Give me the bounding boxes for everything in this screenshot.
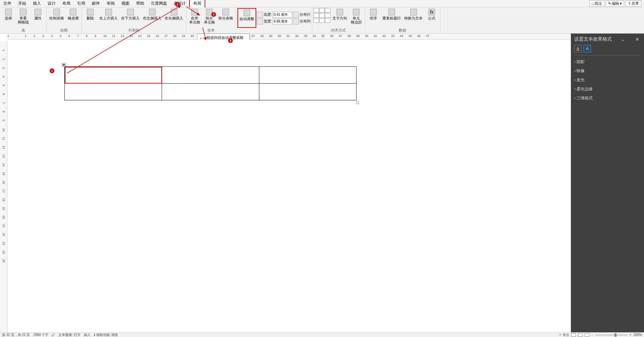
menu-home[interactable]: 开始 <box>15 0 30 7</box>
delete-button[interactable]: 删除 <box>83 8 97 28</box>
autofit-dropdown: 根据内容自动调整表格(C) 根据窗口自动调整表格(W) 固定列宽(N) <box>197 34 250 40</box>
merge-cells-button[interactable]: 合并 单元格 <box>187 8 202 28</box>
menu-file[interactable]: 文件 <box>0 0 15 7</box>
callout-3: 3 <box>211 12 216 17</box>
gridlines-button[interactable]: 查看 网格线 <box>16 8 30 28</box>
menu-baidu[interactable]: 百度网盘 <box>148 0 170 7</box>
menu-view[interactable]: 视图 <box>118 0 133 7</box>
repeat-header-button[interactable]: 重复标题行 <box>381 8 402 28</box>
split-cells-button[interactable]: 拆分 单元格 <box>202 8 216 28</box>
menu-mail[interactable]: 邮件 <box>89 0 103 7</box>
menu-layout1[interactable]: 布局 <box>59 0 74 7</box>
group-align: 文字方向 单元 格边距 对齐方式 <box>312 7 365 33</box>
width-icon <box>257 18 263 25</box>
share-button[interactable]: ⇪ 共享 <box>626 0 641 7</box>
edit-button[interactable]: ✎ 编辑 ▾ <box>606 0 624 7</box>
panel-collapse-icon[interactable]: ⌄ <box>620 37 626 40</box>
select-button[interactable]: 选择 <box>1 8 15 28</box>
menu-tabledesign[interactable]: 表设计 <box>170 0 189 7</box>
group-data: 排序 重复标题行 转换为文本 fx公式 数据 <box>365 7 440 33</box>
dist-rows-button[interactable] <box>293 12 299 18</box>
ribbon: 选择 查看 网格线 属性 表 绘制表格 橡皮擦 绘图 删除 在上方插入 在下方插… <box>0 7 644 34</box>
menu-insert[interactable]: 插入 <box>30 0 44 7</box>
insert-right-button[interactable]: 在右侧插入 <box>163 8 184 28</box>
convert-text-button[interactable]: 转换为文本 <box>403 8 424 28</box>
insert-left-button[interactable]: 在左侧插入 <box>142 8 163 28</box>
panel-title: 设置文本效果格式 <box>574 36 612 40</box>
formula-button[interactable]: fx公式 <box>425 8 439 28</box>
cell-margins-button[interactable]: 单元 格边距 <box>349 8 363 28</box>
group-rowscols: 删除 在上方插入 在下方插入 在左侧插入 在右侧插入 行和列 <box>82 7 186 33</box>
comment-button[interactable]: □ 批注 <box>589 0 604 7</box>
group-merge: 合并 单元格 拆分 单元格 拆分表格 合并 <box>186 7 236 33</box>
horizontal-ruler[interactable]: 1123456789101112131415161718192021222324… <box>7 34 571 40</box>
group-cellsize: 自动调整 高度:0.41 厘米分布行 宽度:4.88 厘米分布列 单元格大小 <box>236 7 312 33</box>
sort-button[interactable]: 排序 <box>366 8 380 28</box>
menu-bar: 文件 开始 插入 设计 布局 引用 邮件 审阅 视图 帮助 百度网盘 表设计 布… <box>0 0 644 7</box>
insert-above-button[interactable]: 在上方插入 <box>98 8 119 28</box>
text-direction-button[interactable]: 文字方向 <box>331 8 348 28</box>
insert-below-button[interactable]: 在下方插入 <box>120 8 141 28</box>
width-label: 宽度: <box>264 19 272 24</box>
text-effects-panel: 设置文本效果格式 ⌄ ✕ A A 阴影 映像 发光 柔化边缘 三维格式 <box>571 34 644 40</box>
menu-review[interactable]: 审阅 <box>103 0 118 7</box>
height-label: 高度: <box>264 12 272 17</box>
align-grid[interactable] <box>314 8 330 28</box>
draw-table-button[interactable]: 绘制表格 <box>48 8 65 28</box>
autofit-content-item[interactable]: 根据内容自动调整表格(C) <box>198 34 249 40</box>
menu-help[interactable]: 帮助 <box>133 0 148 7</box>
props-button[interactable]: 属性 <box>31 8 45 28</box>
split-table-button[interactable]: 拆分表格 <box>217 8 234 28</box>
panel-close-icon[interactable]: ✕ <box>634 37 641 40</box>
width-input[interactable]: 4.88 厘米 <box>273 18 292 25</box>
group-draw: 绘制表格 橡皮擦 绘图 <box>47 7 82 33</box>
menu-design[interactable]: 设计 <box>44 0 59 7</box>
group-label: 表 <box>1 28 45 33</box>
dist-cols-button[interactable] <box>293 18 299 25</box>
height-input[interactable]: 0.41 厘米 <box>273 12 292 18</box>
eraser-button[interactable]: 橡皮擦 <box>66 8 80 28</box>
group-table: 选择 查看 网格线 属性 表 <box>0 7 47 33</box>
callout-2: 2 <box>175 2 180 7</box>
autofit-button[interactable]: 自动调整 <box>237 8 256 28</box>
menu-references[interactable]: 引用 <box>74 0 89 7</box>
height-icon <box>257 12 263 18</box>
menu-layout2[interactable]: 布局 <box>189 0 205 8</box>
